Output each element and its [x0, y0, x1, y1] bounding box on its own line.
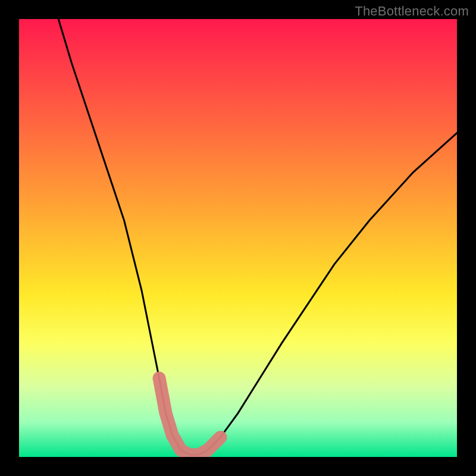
watermark-text: TheBottleneck.com [355, 4, 469, 19]
highlight-path [159, 378, 221, 455]
series-curve [58, 19, 457, 455]
curve-path [58, 19, 457, 455]
chart-svg [19, 19, 457, 457]
chart-frame: TheBottleneck.com [0, 0, 476, 476]
plot-area [19, 19, 457, 457]
series-highlight [159, 378, 221, 455]
